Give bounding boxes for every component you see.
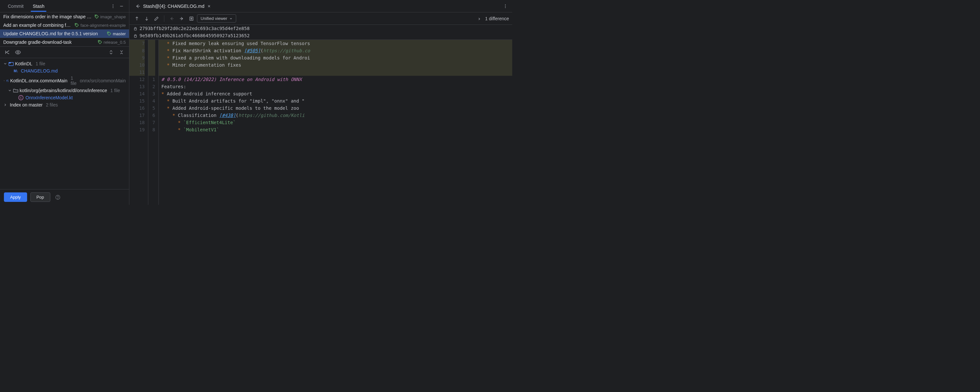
commit-message: Add an example of combining face detecti… xyxy=(3,22,72,28)
commit-message: Fix dimensions order in the image shape … xyxy=(3,14,92,19)
chevron-right-icon xyxy=(3,103,7,107)
svg-rect-11 xyxy=(9,62,11,64)
apply-button[interactable]: Apply xyxy=(4,193,27,202)
svg-text:C: C xyxy=(20,96,22,99)
file-toolbar xyxy=(0,46,129,58)
module-icon xyxy=(6,78,9,83)
preview-icon[interactable] xyxy=(14,48,22,56)
tree-folder[interactable]: kotlin/org/jetbrains/kotlinx/dl/onnx/inf… xyxy=(0,87,129,94)
next-diff-icon[interactable] xyxy=(142,14,151,23)
chevron-down-icon xyxy=(8,89,12,92)
commit-tag: image_shape xyxy=(94,14,126,19)
diff-toolbar: Unified viewer 1 difference xyxy=(129,13,512,25)
collapse-all-icon[interactable] xyxy=(117,48,126,56)
commit-list: Fix dimensions order in the image shape … xyxy=(0,13,129,46)
gutter-right: 1 2 3 4 5 6 7 8 xyxy=(148,40,159,205)
hash-after: 9e589fb149b261a5fbc4668645950927a5123652 xyxy=(129,32,512,40)
svg-point-2 xyxy=(113,7,113,8)
svg-point-9 xyxy=(17,51,19,53)
expand-all-icon[interactable] xyxy=(107,48,115,56)
tab-stash[interactable]: Stash xyxy=(28,1,49,11)
close-icon[interactable] xyxy=(207,4,211,8)
svg-point-1 xyxy=(113,6,113,6)
minimize-icon[interactable] xyxy=(117,2,126,10)
commit-row-selected[interactable]: Update CHANGELOG.md for the 0.5.1 versio… xyxy=(0,29,129,38)
diff-count: 1 difference xyxy=(477,16,509,21)
divider xyxy=(164,15,164,22)
svg-point-6 xyxy=(108,33,109,33)
svg-point-5 xyxy=(76,24,76,25)
file-tree: KotlinDL 1 file M↓ CHANGELOG.md KotlinDL… xyxy=(0,58,129,189)
markdown-icon: M↓ xyxy=(14,69,18,73)
commit-message: Downgrade gradle-download-task xyxy=(3,40,95,45)
module-icon xyxy=(8,61,14,66)
list-icon[interactable] xyxy=(187,14,196,23)
left-panel: Commit Stash Fix dimensions order in the… xyxy=(0,0,129,205)
svg-point-18 xyxy=(505,4,506,5)
tabs-header: Commit Stash xyxy=(0,0,129,13)
prev-diff-icon[interactable] xyxy=(133,14,141,23)
diff-back-icon xyxy=(135,3,140,9)
forward-icon[interactable] xyxy=(177,14,186,23)
tab-commit[interactable]: Commit xyxy=(3,1,28,11)
svg-rect-25 xyxy=(134,28,137,30)
code-content[interactable]: * Fixed memory leak ensuring used Tensor… xyxy=(159,40,512,205)
hash-before: 2793bffb29f2d0c2e22edc693c3ac95d4ef2e858 xyxy=(129,25,512,32)
folder-icon xyxy=(13,88,18,93)
pop-button[interactable]: Pop xyxy=(30,193,50,202)
right-panel: Stash@{4}: CHANGELOG.md Unified viewer 1… xyxy=(129,0,512,205)
footer: Apply Pop xyxy=(0,189,129,205)
commit-row[interactable]: Add an example of combining face detecti… xyxy=(0,21,129,29)
commit-tag: release_0.5 xyxy=(98,40,126,45)
commit-tag: master xyxy=(107,31,126,36)
lock-icon xyxy=(133,33,137,38)
svg-point-4 xyxy=(95,16,96,16)
tree-group[interactable]: Index on master 2 files xyxy=(0,101,129,108)
navigate-icon[interactable] xyxy=(3,48,12,56)
chevron-down-icon xyxy=(3,79,5,83)
editor-tab-bar: Stash@{4}: CHANGELOG.md xyxy=(129,0,512,13)
lock-icon xyxy=(133,27,137,31)
chevron-down-icon xyxy=(229,17,232,20)
svg-rect-13 xyxy=(6,80,8,80)
svg-point-0 xyxy=(113,4,113,5)
help-icon[interactable] xyxy=(54,193,62,202)
commit-tag: face-alignment-example xyxy=(75,23,126,28)
commit-message: Update CHANGELOG.md for the 0.5.1 versio… xyxy=(3,31,104,36)
more-icon[interactable] xyxy=(109,2,117,10)
code-area[interactable]: 7 8 9 10 11 12 13 14 15 16 17 18 19 1 2 … xyxy=(129,40,512,205)
back-icon[interactable] xyxy=(167,14,176,23)
tree-file[interactable]: C OnnxInferenceModel.kt xyxy=(0,94,129,101)
svg-point-20 xyxy=(505,7,506,8)
viewer-mode-select[interactable]: Unified viewer xyxy=(197,14,236,22)
svg-point-7 xyxy=(99,41,100,42)
gutter-left: 7 8 9 10 11 12 13 14 15 16 17 18 19 xyxy=(129,40,148,205)
tree-module[interactable]: KotlinDL 1 file xyxy=(0,60,129,67)
svg-point-17 xyxy=(57,198,58,199)
tag-icon xyxy=(107,31,111,36)
tree-file[interactable]: M↓ CHANGELOG.md xyxy=(0,67,129,75)
tag-icon xyxy=(98,40,102,45)
commit-row[interactable]: Downgrade gradle-download-task release_0… xyxy=(0,38,129,46)
edit-icon[interactable] xyxy=(152,14,161,23)
svg-rect-26 xyxy=(134,35,137,37)
kotlin-class-icon: C xyxy=(18,95,24,100)
commit-row[interactable]: Fix dimensions order in the image shape … xyxy=(0,13,129,21)
tag-icon xyxy=(94,14,99,19)
chevron-down-icon xyxy=(3,62,7,66)
editor-tab[interactable]: Stash@{4}: CHANGELOG.md xyxy=(132,2,214,11)
tree-module[interactable]: KotlinDL.onnx.commonMain 1 file onnx/src… xyxy=(0,75,129,87)
svg-point-19 xyxy=(505,6,506,6)
tag-icon xyxy=(75,23,79,27)
more-icon[interactable] xyxy=(501,2,510,10)
